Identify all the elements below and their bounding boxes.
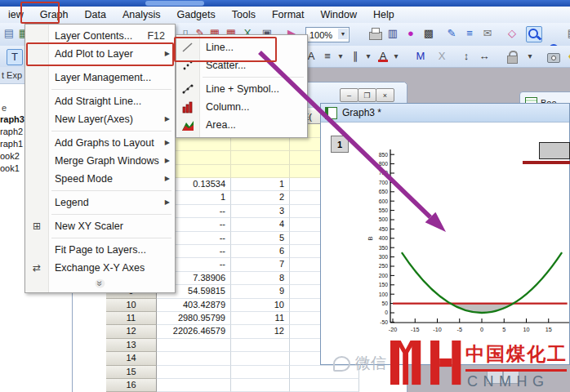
menu-separator: [25, 235, 175, 241]
align-dropdown-icon[interactable]: ▾: [333, 49, 348, 64]
logo-latin-text: CNMHG: [467, 373, 550, 390]
index-cell[interactable]: 9: [231, 285, 290, 298]
menu-item-exchange-xy-axes[interactable]: ⇄ Exchange X-Y Axes: [25, 259, 175, 277]
value-cell[interactable]: 22026.46579: [157, 325, 231, 338]
svg-text:600: 600: [379, 198, 389, 204]
svg-text:450: 450: [379, 226, 389, 232]
menu-item-speed-mode[interactable]: Speed Mode▶: [25, 170, 175, 188]
record-icon[interactable]: ●: [403, 26, 418, 41]
svg-text:700: 700: [379, 180, 389, 185]
xy-scaler-icon: ⊞: [29, 220, 44, 233]
menu-window[interactable]: Window: [313, 7, 365, 22]
menu-help[interactable]: Help: [365, 7, 403, 22]
index-cell[interactable]: 6: [231, 245, 290, 258]
index-cell[interactable]: [231, 352, 290, 365]
row-header[interactable]: 16: [106, 379, 157, 392]
close-button[interactable]: ×: [376, 88, 394, 102]
h-spacing-icon[interactable]: ↔: [477, 49, 492, 64]
greek-symbol-icon[interactable]: M: [413, 49, 428, 64]
edit-graph-icon[interactable]: ✎: [444, 26, 459, 41]
menu-format[interactable]: Format: [264, 7, 313, 22]
value-cell[interactable]: 2980.95799: [157, 312, 231, 325]
graph-window-titlebar[interactable]: Graph3 *: [321, 104, 569, 122]
zoom-level-value: 100%: [309, 30, 332, 40]
menu-item-add-straight-line[interactable]: Add Straight Line...: [25, 92, 175, 110]
menu-item-layer-management[interactable]: Layer Management...: [25, 69, 175, 87]
film-icon[interactable]: ▩: [421, 26, 436, 41]
svg-text:15: 15: [546, 326, 552, 333]
distribute-dropdown-icon[interactable]: ▾: [361, 49, 376, 64]
index-cell[interactable]: 8: [231, 272, 290, 285]
value-cell[interactable]: 403.42879: [157, 299, 231, 312]
submenu-item-area[interactable]: Area...: [176, 116, 307, 134]
svg-text:500: 500: [379, 216, 389, 222]
minimize-button[interactable]: –: [340, 88, 358, 102]
svg-text:10: 10: [523, 326, 530, 333]
label-row-cell[interactable]: [231, 165, 290, 179]
empty-cell[interactable]: [290, 379, 359, 392]
value-cell[interactable]: [157, 366, 231, 379]
lock-dropdown-icon[interactable]: ▾: [523, 49, 537, 64]
label-row-cell[interactable]: [231, 151, 290, 165]
camera-icon[interactable]: [546, 49, 560, 64]
row-header[interactable]: 13: [106, 339, 157, 352]
index-cell[interactable]: [231, 366, 290, 379]
menu-item-legend[interactable]: Legend▶: [25, 194, 175, 212]
index-cell[interactable]: 12: [231, 325, 290, 338]
value-cell[interactable]: [157, 352, 231, 365]
mail-icon[interactable]: ✉: [480, 26, 495, 41]
menu-gadgets[interactable]: Gadgets: [168, 7, 223, 22]
clear-symbol-icon[interactable]: X: [434, 49, 449, 64]
row-header[interactable]: 12: [106, 325, 157, 338]
index-cell[interactable]: 11: [231, 312, 290, 325]
row-header[interactable]: 11: [106, 312, 157, 325]
v-spacing-icon[interactable]: ↕: [459, 49, 474, 64]
graph-window-icon: [325, 107, 337, 119]
zoom-dropdown-icon[interactable]: ▼: [338, 29, 348, 39]
new-project-icon[interactable]: ▤: [2, 26, 16, 41]
index-cell[interactable]: 7: [231, 258, 290, 271]
index-cell[interactable]: 1: [231, 178, 290, 191]
label-row-cell[interactable]: [231, 138, 290, 152]
submenu-arrow-icon: ▶: [165, 152, 170, 170]
menu-item-new-xy-scaler[interactable]: ⊞ New XY Scaler: [25, 217, 175, 235]
row-header[interactable]: 15: [106, 366, 157, 379]
menu-item-merge-graph-windows[interactable]: Merge Graph Windows▶: [25, 152, 175, 170]
row-header[interactable]: 10: [106, 299, 157, 312]
menu-item-fit-page-to-layers[interactable]: Fit Page to Layers...: [25, 241, 175, 259]
flowchart-icon[interactable]: ◇: [505, 26, 519, 41]
value-cell[interactable]: [157, 379, 231, 392]
index-cell[interactable]: 2: [231, 191, 290, 204]
index-cell[interactable]: 10: [231, 299, 290, 312]
layout-icon[interactable]: ≡: [462, 26, 477, 41]
svg-text:-10: -10: [433, 326, 441, 333]
index-cell[interactable]: [231, 339, 290, 352]
submenu-arrow-icon: ▶: [165, 134, 170, 152]
restore-button[interactable]: ❐: [358, 88, 376, 102]
value-cell[interactable]: [157, 339, 231, 352]
index-cell[interactable]: 4: [231, 218, 290, 231]
zoom-level-combo[interactable]: 100% ▼: [305, 27, 350, 42]
menu-item-new-layer-axes[interactable]: New Layer(Axes)▶: [25, 110, 175, 128]
menu-separator: [25, 87, 175, 92]
submenu-item-column[interactable]: Column...: [176, 98, 307, 116]
graph-plot[interactable]: -500501001502002503003504004505005506006…: [320, 121, 570, 365]
svg-text:-15: -15: [411, 326, 419, 333]
partial-right-icon[interactable]: ▤: [565, 26, 570, 41]
submenu-item-line-symbol[interactable]: Line + Symbol...: [176, 80, 307, 98]
row-header[interactable]: 14: [106, 352, 157, 365]
index-cell[interactable]: 3: [231, 205, 290, 218]
bulb-icon[interactable]: ♦: [563, 49, 570, 64]
lock-icon[interactable]: [505, 49, 519, 64]
menu-analysis[interactable]: Analysis: [114, 7, 169, 22]
menu-tools[interactable]: Tools: [224, 7, 264, 22]
menu-data[interactable]: Data: [77, 7, 114, 22]
menu-item-add-graphs-to-layout[interactable]: Add Graphs to Layout▶: [25, 134, 175, 152]
index-cell[interactable]: 5: [231, 232, 290, 245]
slideshow-icon[interactable]: ▥: [385, 26, 400, 41]
text-tool-icon[interactable]: T: [7, 49, 23, 65]
index-cell[interactable]: [231, 379, 290, 392]
zoom-panel-icon[interactable]: [526, 26, 542, 42]
print-icon[interactable]: [367, 26, 382, 41]
font-color-dropdown-icon[interactable]: ▾: [389, 49, 403, 64]
